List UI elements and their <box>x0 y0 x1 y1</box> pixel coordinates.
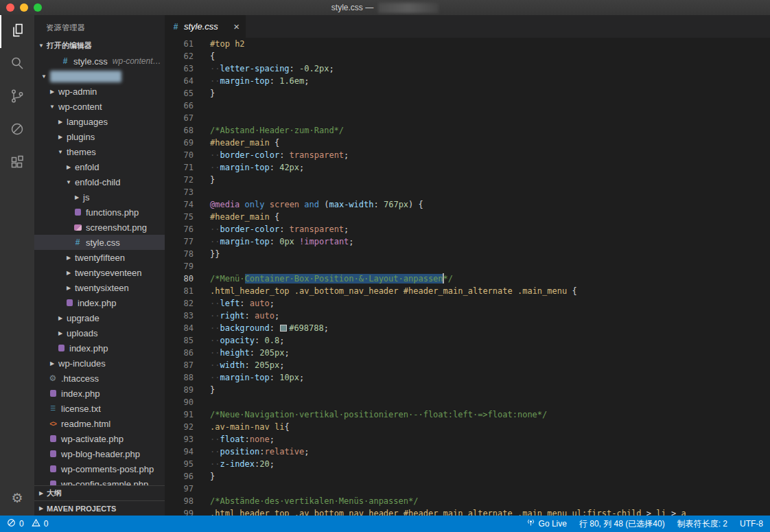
line-number[interactable]: 95 <box>165 458 194 470</box>
tree-item-js[interactable]: ▶js <box>34 189 165 205</box>
tree-item-functions.php[interactable]: functions.php <box>34 205 165 220</box>
line-number[interactable]: 92 <box>165 421 194 433</box>
code-line-64[interactable]: 64··margin-top: 1.6em; <box>165 75 770 87</box>
tree-item-languages[interactable]: ▶languages <box>34 114 165 129</box>
tree-item-twentysixteen[interactable]: ▶twentysixteen <box>34 280 165 295</box>
code-line-71[interactable]: 71··margin-top: 42px; <box>165 161 770 174</box>
activity-bar-item-debug[interactable] <box>0 114 34 147</box>
line-number[interactable]: 69 <box>165 137 194 149</box>
code-line-70[interactable]: 70··border-color: transparent; <box>165 149 770 161</box>
tree-item-screenshot.png[interactable]: screenshot.png <box>34 220 165 235</box>
tree-item-license.txt[interactable]: ☰license.txt <box>34 401 165 416</box>
line-number[interactable]: 74 <box>165 198 194 211</box>
line-number[interactable]: 77 <box>165 235 194 248</box>
code-line-63[interactable]: 63··letter-spacing: -0.2px; <box>165 62 770 75</box>
line-number[interactable]: 85 <box>165 334 194 347</box>
line-number[interactable]: 83 <box>165 310 194 322</box>
line-number[interactable]: 68 <box>165 124 194 137</box>
line-number[interactable]: 82 <box>165 297 194 310</box>
line-number[interactable]: 73 <box>165 186 194 198</box>
zoom-window-button[interactable] <box>34 3 42 12</box>
code-line-61[interactable]: 61#top h2 <box>165 38 770 50</box>
code-line-94[interactable]: 94··position:relative; <box>165 446 770 458</box>
line-number[interactable]: 63 <box>165 62 194 75</box>
line-number[interactable]: 66 <box>165 100 194 112</box>
code-line-67[interactable]: 67 <box>165 112 770 124</box>
line-number[interactable]: 94 <box>165 446 194 458</box>
cursor-position-indicator[interactable]: 行 80, 列 48 (已选择40) <box>579 518 665 530</box>
line-number[interactable]: 67 <box>165 112 194 124</box>
line-number[interactable]: 72 <box>165 174 194 186</box>
code-line-83[interactable]: 83··right: auto; <box>165 310 770 322</box>
tree-item-.htaccess[interactable]: ⚙.htaccess <box>34 371 165 386</box>
close-window-button[interactable] <box>6 3 14 12</box>
code-line-68[interactable]: 68/*Abstand·Header·zum·Rand*/ <box>165 124 770 137</box>
code-line-78[interactable]: 78}} <box>165 248 770 260</box>
code-line-99[interactable]: 99.html_header_top .av_bottom_nav_header… <box>165 507 770 516</box>
code-line-98[interactable]: 98/*Abstände·des·vertikalen·Menüs·anpass… <box>165 495 770 507</box>
code-line-86[interactable]: 86··height: 205px; <box>165 347 770 359</box>
code-line-65[interactable]: 65} <box>165 87 770 100</box>
tree-item-upgrade[interactable]: ▶upgrade <box>34 310 165 325</box>
line-number[interactable]: 81 <box>165 285 194 297</box>
open-editor-item-style-css[interactable]: # style.css wp-content… <box>34 54 165 69</box>
tree-item-index.php[interactable]: index.php <box>34 340 165 356</box>
code-line-76[interactable]: 76··border-color: transparent; <box>165 223 770 235</box>
code-line-79[interactable]: 79 <box>165 260 770 273</box>
activity-bar-item-search[interactable] <box>0 48 34 81</box>
code-line-81[interactable]: 81.html_header_top .av_bottom_nav_header… <box>165 285 770 297</box>
line-number[interactable]: 62 <box>165 50 194 62</box>
line-number[interactable]: 84 <box>165 322 194 334</box>
close-tab-icon[interactable]: × <box>233 21 240 32</box>
tree-item-enfold[interactable]: ▶enfold <box>34 159 165 174</box>
code-line-97[interactable]: 97 <box>165 483 770 495</box>
code-line-77[interactable]: 77··margin-top: 0px !important; <box>165 235 770 248</box>
line-number[interactable]: 64 <box>165 75 194 87</box>
encoding-indicator[interactable]: UTF-8 <box>740 519 763 529</box>
tree-item-twentyfifteen[interactable]: ▶twentyfifteen <box>34 250 165 265</box>
line-number[interactable]: 98 <box>165 495 194 507</box>
line-number[interactable]: 88 <box>165 371 194 384</box>
activity-bar-item-explorer[interactable] <box>0 15 34 48</box>
line-number[interactable]: 90 <box>165 396 194 408</box>
activity-bar-item-source-control[interactable] <box>0 81 34 114</box>
code-line-96[interactable]: 96} <box>165 470 770 483</box>
line-number[interactable]: 65 <box>165 87 194 100</box>
go-live-button[interactable]: Go Live <box>526 518 567 529</box>
line-number[interactable]: 86 <box>165 347 194 359</box>
minimize-window-button[interactable] <box>20 3 28 12</box>
tree-item-index.php[interactable]: index.php <box>34 386 165 401</box>
tree-item-enfold-child[interactable]: ▼enfold-child <box>34 174 165 189</box>
code-line-95[interactable]: 95··z-index:20; <box>165 458 770 470</box>
line-number[interactable]: 91 <box>165 408 194 421</box>
code-line-88[interactable]: 88··margin-top: 10px; <box>165 371 770 384</box>
code-line-85[interactable]: 85··opacity: 0.8; <box>165 334 770 347</box>
maven-projects-section-header[interactable]: ▶ MAVEN PROJECTS <box>34 500 165 516</box>
code-line-75[interactable]: 75#header_main { <box>165 211 770 223</box>
tree-item-wp-activate.php[interactable]: wp-activate.php <box>34 431 165 446</box>
tree-item-wp-includes[interactable]: ▶wp-includes <box>34 356 165 371</box>
tree-item-wp-admin[interactable]: ▶wp-admin <box>34 84 165 99</box>
code-line-91[interactable]: 91/*Neue·Navigation·vertikal·positionier… <box>165 408 770 421</box>
indentation-indicator[interactable]: 制表符长度: 2 <box>677 518 727 530</box>
line-number[interactable]: 96 <box>165 470 194 483</box>
tree-item-wp-comments-post.php[interactable]: wp-comments-post.php <box>34 461 165 476</box>
line-number[interactable]: 71 <box>165 161 194 174</box>
code-line-87[interactable]: 87··width: 205px; <box>165 359 770 371</box>
code-editor[interactable]: 61#top h262{63··letter-spacing: -0.2px;6… <box>165 38 770 516</box>
tree-item-themes[interactable]: ▼themes <box>34 144 165 159</box>
line-number[interactable]: 76 <box>165 223 194 235</box>
code-line-73[interactable]: 73 <box>165 186 770 198</box>
line-number[interactable]: 89 <box>165 384 194 396</box>
code-line-72[interactable]: 72} <box>165 174 770 186</box>
code-line-62[interactable]: 62{ <box>165 50 770 62</box>
activity-bar-item-extensions[interactable] <box>0 147 34 180</box>
line-number[interactable]: 80 <box>165 273 194 285</box>
code-line-84[interactable]: 84··background: #698788; <box>165 322 770 334</box>
line-number[interactable]: 75 <box>165 211 194 223</box>
tree-item-style.css[interactable]: #style.css <box>34 235 165 250</box>
code-line-82[interactable]: 82··left: auto; <box>165 297 770 310</box>
code-line-69[interactable]: 69#header_main { <box>165 137 770 149</box>
code-line-93[interactable]: 93··float:none; <box>165 433 770 446</box>
code-line-74[interactable]: 74@media only screen and (max-width: 767… <box>165 198 770 211</box>
